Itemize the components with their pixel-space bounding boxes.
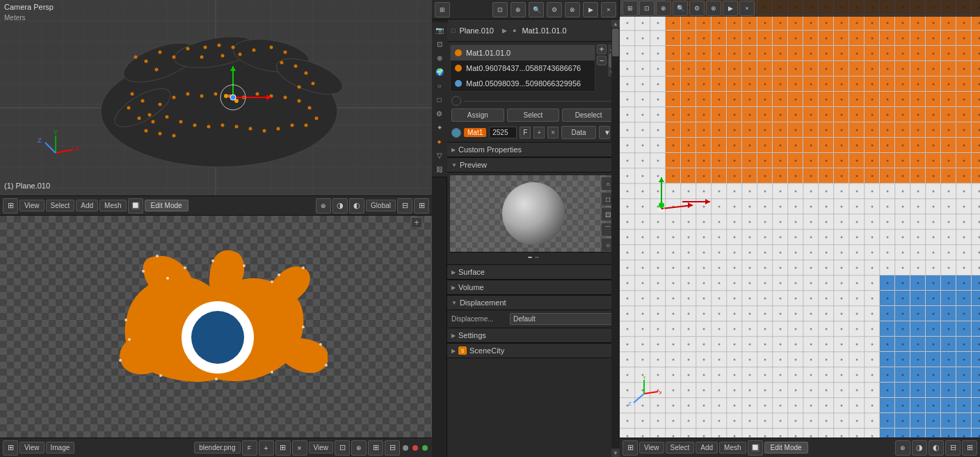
preview-section-header[interactable]: ▼ Preview [447, 157, 619, 173]
right-add-btn[interactable]: Add [696, 442, 718, 454]
props-header-icon[interactable]: ⊞ [435, 2, 450, 17]
mode-icon[interactable]: 🔲 [128, 198, 143, 214]
props-icon-4[interactable]: ⚙ [547, 2, 562, 17]
right-3d-view[interactable]: ⊞ ⊡ ⊕ 🔍 ⚙ ⊗ ▶ × X Y Z [620, 0, 980, 438]
mat-slot-x[interactable]: × [547, 127, 559, 138]
right-mesh-btn[interactable]: Mesh [719, 442, 746, 454]
props-icon-5[interactable]: ⊗ [565, 2, 580, 17]
volume-section[interactable]: ▶ Volume [447, 280, 619, 295]
select-btn[interactable]: Select [507, 109, 560, 122]
mid-scroll-down[interactable]: ▼ [611, 449, 620, 457]
mat-list-item-1[interactable]: Mat0.96078437...0588743686676 [451, 61, 595, 76]
viewport-add-btn[interactable]: Add [76, 200, 98, 211]
viewport-extra-btn[interactable]: ⊞ [414, 198, 429, 214]
image-fullscreen-btn[interactable]: ⊡ [335, 440, 350, 456]
image-view2-btn[interactable]: View [309, 442, 334, 454]
viewport-icon-btn[interactable]: ⊞ [3, 198, 18, 214]
mid-scroll-up[interactable]: ▲ [611, 19, 620, 28]
mat-list-item-2[interactable]: Mat0.05098039...5098066329956 [451, 76, 595, 91]
viewport-transform-btn[interactable]: Global [366, 200, 396, 211]
surface-section[interactable]: ▶ Surface [447, 264, 619, 280]
prop-tab-data[interactable]: ▽ [433, 149, 446, 161]
image-extra2-btn[interactable]: ⊞ [368, 440, 383, 456]
color-circle-2[interactable] [412, 445, 418, 451]
image-browse-btn[interactable]: ⊞ [275, 440, 291, 456]
add-panel-button[interactable]: + [411, 217, 422, 228]
displacement-section[interactable]: ▼ Displacement [447, 295, 619, 310]
right-header-icon-8[interactable]: × [739, 1, 755, 16]
viewport-view-btn[interactable]: View [19, 200, 45, 211]
image-f-btn[interactable]: F [242, 440, 257, 456]
right-header-icon-3[interactable]: ⊕ [656, 1, 671, 16]
prop-tab-constraints[interactable]: ⛓ [433, 163, 446, 175]
right-select-btn[interactable]: Select [666, 442, 695, 454]
mat-data-btn[interactable]: Data [561, 126, 596, 139]
image-menu-btn[interactable]: Image [46, 442, 75, 454]
mat-list-item-0[interactable]: Mat1.01.01.0 [451, 45, 595, 61]
color-circle-1[interactable] [403, 445, 408, 451]
right-3d-panel[interactable]: ⊞ ⊡ ⊕ 🔍 ⚙ ⊗ ▶ × X Y Z [620, 0, 980, 457]
prop-tab-material[interactable]: ● [433, 135, 446, 147]
prop-tab-object[interactable]: □ [433, 93, 446, 106]
props-icon-3[interactable]: 🔍 [529, 2, 544, 17]
viewport-grid-btn[interactable]: ⊟ [397, 198, 412, 214]
settings-section[interactable]: ▶ Settings [447, 328, 619, 343]
right-header-icon-6[interactable]: ⊗ [706, 1, 721, 16]
right-toolbar-icon[interactable]: ⊞ [622, 440, 638, 456]
mid-scroll-thumb[interactable] [612, 29, 619, 56]
viewport-shading2-btn[interactable]: ◐ [349, 198, 364, 214]
image-editor-icon[interactable]: ⊞ [3, 440, 18, 456]
right-header-icon-1[interactable]: ⊞ [622, 1, 638, 16]
deselect-btn[interactable]: Deselect [562, 109, 615, 122]
viewport-overlay-btn[interactable]: ⊕ [316, 198, 331, 214]
mat-slot-number[interactable]: 2525 [489, 127, 517, 138]
right-overlay-btn[interactable]: ⊕ [895, 440, 910, 456]
props-icon-1[interactable]: ⊡ [492, 2, 508, 17]
viewport-shading-btn[interactable]: ◑ [332, 198, 348, 214]
prop-tab-output[interactable]: ⊡ [433, 38, 446, 50]
mat-slot-plus[interactable]: + [533, 127, 545, 138]
prop-tab-particles[interactable]: ✦ [433, 121, 446, 134]
viewport-mode-select[interactable]: Edit Mode [145, 200, 188, 211]
image-filename[interactable]: blender.png [194, 442, 240, 454]
viewport-mesh-btn[interactable]: Mesh [99, 200, 126, 211]
image-add-btn[interactable]: + [259, 440, 274, 456]
color-circle-3[interactable] [422, 445, 428, 451]
image-editor[interactable]: + ⊞ View Image blender.png F + ⊞ × View … [0, 216, 432, 457]
right-header-icon-2[interactable]: ⊡ [639, 1, 654, 16]
props-icon-2[interactable]: ⊕ [511, 2, 526, 17]
right-shading-btn[interactable]: ◑ [912, 440, 927, 456]
viewport-3d[interactable]: Camera Persp Meters [0, 0, 432, 216]
props-icon-6[interactable]: ▶ [583, 2, 598, 17]
scenecity-section[interactable]: ▶ S SceneCity [447, 343, 619, 358]
right-extra-btn[interactable]: ⊟ [945, 440, 961, 456]
right-shading2-btn[interactable]: ◐ [929, 440, 944, 456]
prop-tab-view[interactable]: ⊕ [433, 51, 446, 64]
image-view-btn[interactable]: View [19, 442, 45, 454]
right-extra2-btn[interactable]: ⊞ [962, 440, 977, 456]
mat-data-arrow[interactable]: ▼ [599, 126, 610, 139]
prop-tab-modifiers[interactable]: ⚙ [433, 107, 446, 120]
right-mode-icon[interactable]: 🔲 [748, 440, 763, 456]
props-icon-7[interactable]: × [601, 2, 616, 17]
right-header-icon-7[interactable]: ▶ [723, 1, 738, 16]
displacement-select[interactable]: Default [510, 313, 615, 325]
right-mode-label[interactable]: Edit Mode [764, 442, 808, 454]
mat-add-btn[interactable]: + [597, 45, 607, 54]
custom-properties-section[interactable]: ▶ Custom Properties [447, 142, 619, 157]
image-extra3-btn[interactable]: ⊟ [385, 440, 400, 456]
image-x-btn[interactable]: × [292, 440, 307, 456]
prop-tab-scene[interactable]: 🌍 [433, 65, 446, 78]
right-header-icon-5[interactable]: ⚙ [689, 1, 705, 16]
mat-remove-btn[interactable]: − [597, 56, 607, 65]
assign-btn[interactable]: Assign [451, 109, 504, 122]
mid-scrollbar[interactable]: ▲ ▼ [611, 19, 620, 457]
image-display-btn[interactable]: ⊕ [351, 440, 367, 456]
viewport-select-btn[interactable]: Select [46, 200, 75, 211]
right-header-icon-4[interactable]: 🔍 [673, 1, 688, 16]
prop-tab-world[interactable]: ○ [433, 79, 446, 92]
mat-slot-f[interactable]: F [520, 127, 531, 138]
prop-tab-render[interactable]: 📷 [433, 24, 446, 36]
right-view-btn[interactable]: View [639, 442, 664, 454]
mid-scroll-track[interactable] [611, 28, 620, 449]
